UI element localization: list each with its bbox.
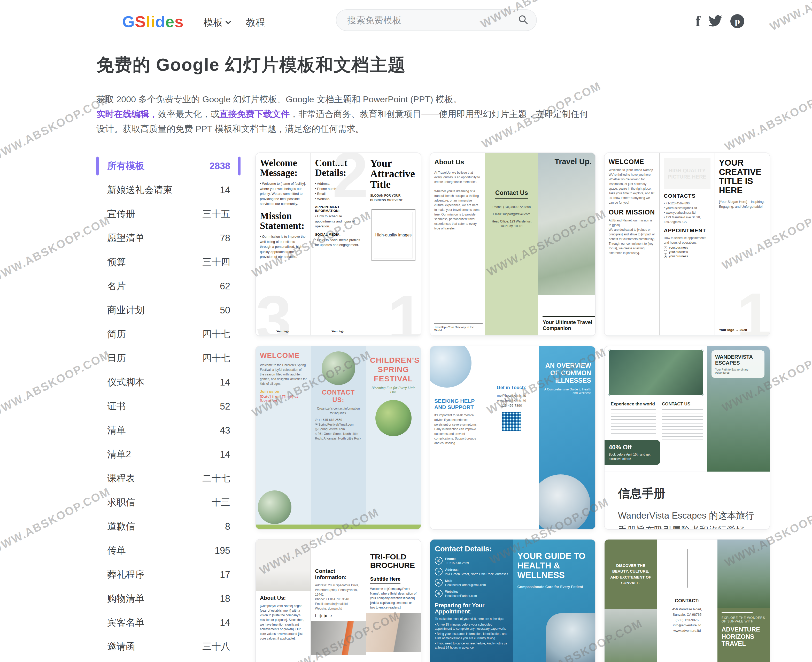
contact-label: Phone: [445,557,456,561]
contact-line: Address: 2056 Spadafore Drive, Waterford… [315,583,361,597]
nav-templates[interactable]: 模板 [204,16,230,29]
children-photo [322,352,355,385]
template-card-trifold-brochure[interactable]: About Us: [Company/Event Name] began [ye… [255,539,421,662]
sidebar-item-count: 十三 [212,496,241,509]
image-placeholder-frame: High-quality images [372,209,416,261]
mountain-photo [605,609,657,662]
contact-label: Website: [445,590,458,593]
mail-icon: ✉ [435,579,443,586]
card-body: 疾病手册 这本健康手册概述了常见疾病，提供了全面的健康指导…… [430,529,595,530]
template-thumbnail: WELCOME Welcome to [Your Brand Name]! We… [605,153,770,336]
sidebar-item-count: 14 [220,377,241,388]
contact-line: Email: domain@mail.ltd [315,601,361,606]
logo-placeholder: Your logo: [311,329,366,333]
logo-letter: s [174,13,183,31]
logo-placeholder: Your logo: [256,329,311,333]
sidebar-item-certificate[interactable]: 证书 52 [96,394,241,418]
search-icon[interactable] [518,14,529,26]
search-input[interactable] [336,15,518,25]
panel-slogan: SLOGAN FOR YOUR BUSINESS OR EVENT [370,193,417,202]
contact-line: ◎ SpringFestival.com [315,427,362,432]
sidebar-item-count: 14 [220,449,241,460]
sidebar-item-wishlist[interactable]: 愿望清单 78 [96,226,241,250]
watermark: WWW.ABSKOOP.COM [0,92,112,164]
sidebar-item-count: 四十七 [202,352,241,365]
link-free-download[interactable]: 直接免费下载文件 [219,109,290,119]
template-card-blank-brochure[interactable]: 3 Welcome Message: • Welcome to [name of… [255,153,421,336]
brochure-subtitle: Your Ultimate Travel Companion [542,316,595,331]
sidebar-item-shopping-list[interactable]: 购物清单 18 [96,586,241,611]
template-thumbnail: 3 Welcome Message: • Welcome to [name of… [256,153,421,336]
watermark: WWW.ABSKOOP.COM [0,214,112,285]
sidebar-item-count: 8 [225,521,241,532]
contact-line: Phone: (+34) 800-872-8358 [489,205,534,209]
panel-subheading: SOCIAL MEDIA: [315,233,361,236]
panel-heading: WELCOME [260,352,307,360]
brochure-title: CHILDREN'S SPRING FESTIVAL [370,355,417,384]
brochure-panel: Contact Details: ✆ Phone:+1 615-618-2559… [430,540,513,662]
sidebar-item-business-plan[interactable]: 商业计划 50 [96,298,241,322]
sidebar-item-bridal-shower[interactable]: 新娘送礼会请柬 14 [96,178,241,202]
facebook-icon[interactable]: f [695,14,700,29]
contact-line: • +1-123-4567-890 • yourbusiness@mail.lt… [664,201,710,224]
panel-heading: Your Attractive Title [370,158,417,190]
sidebar-item-label: 清单2 [96,448,131,461]
sidebar-item-count: 三十四 [202,256,241,268]
template-card-blank-booklet[interactable]: WELCOME Welcome to [Your Brand Name]! We… [604,153,770,336]
brochure-tagline: Blooming Fun for Every Little One [370,386,417,394]
sidebar-item-cover-letter[interactable]: 求职信 十三 [96,490,241,514]
sidebar-item-invitation[interactable]: 邀请函 三十八 [96,635,241,659]
sidebar-item-count: 三十五 [202,208,241,220]
sidebar-item-checklist[interactable]: 清单 43 [96,418,241,442]
sidebar-item-business-card[interactable]: 名片 62 [96,274,241,298]
sidebar-item-checklist2[interactable]: 清单2 14 [96,442,241,466]
facebook-icon: f [664,246,667,249]
arrow-icon: → [735,328,739,332]
gslides-logo[interactable]: GSlides [122,13,184,31]
sidebar-item-flyer[interactable]: 传单 195 [96,538,241,562]
logo-letter: d [155,13,165,31]
header: GSlides 模板 教程 f p [0,0,812,40]
contact-row: ⌖ Address:261 Green Street, North Little… [435,568,508,576]
template-card-spring-festival[interactable]: WELCOME Welcome to the Children's Spring… [255,346,421,530]
card-body: 宣传册 这本三折小册子邀请儿童和家庭参加儿童春节，这是一个欢乐的节日…… [256,529,421,530]
template-card-adventure-travel[interactable]: DISCOVER THE BEAUTY, CULTURE, AND EXCITE… [604,539,770,662]
sidebar-item-guest-list[interactable]: 宾客名单 14 [96,611,241,635]
boat-lake-photo [608,349,704,396]
twitter-icon[interactable] [708,13,723,29]
sidebar-item-resume[interactable]: 简历 四十七 [96,322,241,346]
template-card-health-wellness[interactable]: Contact Details: ✆ Phone:+1 615-618-2559… [430,539,596,662]
sidebar-item-label: 新娘送礼会请柬 [96,184,172,196]
card-body: 空白宣传册 此宣传册模板专为企业或活动设计，用于推广其服务并提供... [256,336,421,336]
ghost-number: 2 [332,153,366,207]
panel-heading: CONTACT: [661,598,713,604]
brochure-title: AN OVERVIEW OF COMMON ILLNESSES [543,362,591,384]
sidebar-item-funeral-program[interactable]: 葬礼程序 17 [96,562,241,586]
search-bar[interactable] [336,9,537,31]
brochure-panel: TRI-FOLD BROCHURE Subtitle Here Welcome … [366,540,421,662]
brochure-subtitle: [Your Slogan Here] – Inspiring, Engaging… [719,199,765,209]
hero-line1: 获取 2000 多个免费专业的 Google 幻灯片模板、Google 文档主题… [96,94,462,104]
sidebar-item-calendar[interactable]: 日历 四十七 [96,346,241,370]
panel-heading: CONTACT US: [315,389,362,403]
contact-value: +1 615-618-2559 [445,561,469,565]
sidebar-item-class-schedule[interactable]: 课程表 二十七 [96,466,241,490]
sidebar-item-apology-letter[interactable]: 道歉信 8 [96,514,241,538]
brochure-title: ADVENTURE HORIZONS TRAVEL [722,626,765,647]
nav-tutorials[interactable]: 教程 [246,16,265,29]
pinterest-icon[interactable]: p [730,14,744,28]
template-card-info-handbook[interactable]: Experience the world CONTACT US 40% Off … [604,346,770,530]
template-card-easy-brochure[interactable]: About Us At TravelUp, we believe that ev… [430,153,596,336]
watermark: WWW.ABSKOOP.COM [0,348,112,419]
contact-row: ✆ Phone:+1 615-618-2559 [435,557,508,565]
panel-heading: Experience the world [611,402,656,407]
sidebar-item-all-templates[interactable]: 所有模板 2838 [96,154,241,178]
panel-heading: Welcome Message: [260,158,307,178]
sidebar-item-budget[interactable]: 预算 三十四 [96,250,241,274]
grass-strip [256,525,421,529]
sidebar-item-brochure[interactable]: 宣传册 三十五 [96,202,241,226]
card-title[interactable]: 信息手册 [618,485,756,501]
link-edit-online[interactable]: 实时在线编辑， [96,109,158,119]
sidebar-item-ceremony-script[interactable]: 仪式脚本 14 [96,370,241,394]
template-card-illness-handbook[interactable]: SEEKING HELP AND SUPPORT It's important … [430,346,596,530]
